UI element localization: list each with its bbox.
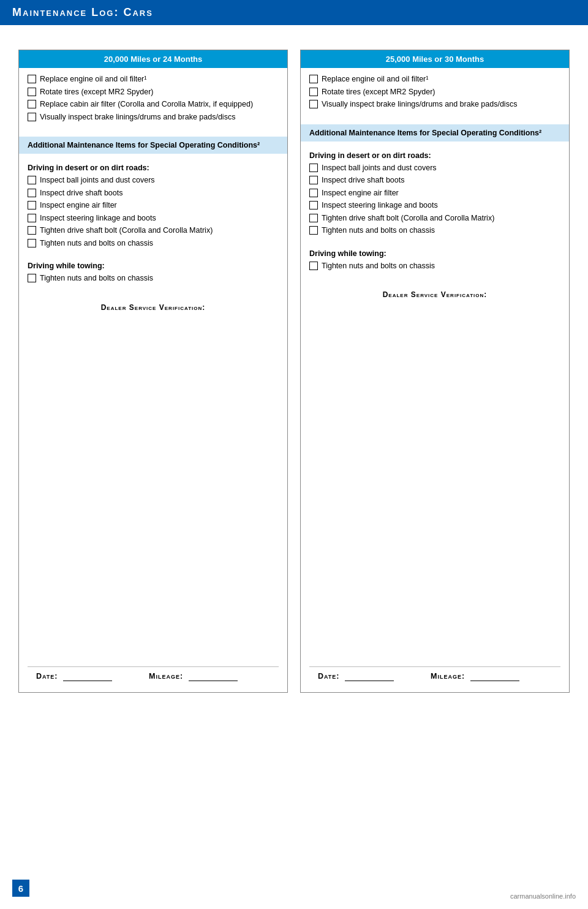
card-20000: 20,000 Miles or 24 Months Replace engine… — [18, 50, 288, 693]
list-item: Tighten drive shaft bolt (Corolla and Co… — [309, 213, 560, 224]
page-header: Maintenance Log: Cars — [0, 0, 588, 25]
card-25000-body: Replace engine oil and oil filter¹ Rotat… — [301, 68, 569, 692]
subsection-title-desert-25000: Driving in desert or on dirt roads: — [309, 151, 560, 160]
checkbox[interactable] — [309, 201, 318, 209]
card-footer-25000: Date: Mileage: — [309, 666, 560, 686]
checkbox[interactable] — [28, 201, 36, 209]
card-25000: 25,000 Miles or 30 Months Replace engine… — [300, 50, 570, 693]
mileage-label: Mileage: — [431, 672, 519, 681]
list-item: Tighten drive shaft bolt (Corolla and Co… — [28, 225, 279, 236]
dealer-verification-25000: Dealer Service Verification: — [309, 290, 560, 299]
watermark: carmanualsonline.info — [510, 892, 576, 900]
checkbox[interactable] — [309, 100, 318, 108]
special-conditions-header-25000: Additional Maintenance Items for Special… — [301, 124, 569, 141]
date-field[interactable] — [345, 672, 394, 681]
checkbox[interactable] — [309, 189, 318, 197]
checkbox[interactable] — [28, 226, 36, 235]
list-item: Rotate tires (except MR2 Spyder) — [28, 87, 279, 98]
checkbox[interactable] — [28, 274, 36, 282]
checkbox[interactable] — [309, 75, 318, 83]
mileage-label: Mileage: — [149, 672, 238, 681]
list-item: Inspect steering linkage and boots — [28, 213, 279, 224]
dealer-verification-20000: Dealer Service Verification: — [28, 303, 279, 312]
list-item: Rotate tires (except MR2 Spyder) — [309, 87, 560, 98]
page-title: Maintenance Log: Cars — [12, 6, 153, 18]
checkbox[interactable] — [28, 214, 36, 222]
checkbox[interactable] — [28, 176, 36, 184]
list-item: Replace cabin air filter (Corolla and Co… — [28, 99, 279, 110]
list-item: Visually inspect brake linings/drums and… — [309, 99, 560, 110]
list-item: Inspect steering linkage and boots — [309, 200, 560, 211]
checkbox[interactable] — [309, 262, 318, 270]
checkbox[interactable] — [309, 176, 318, 184]
list-item: Tighten nuts and bolts on chassis — [309, 225, 560, 236]
checkbox[interactable] — [28, 88, 36, 96]
list-item: Inspect drive shaft boots — [309, 175, 560, 186]
standard-items-25000: Replace engine oil and oil filter¹ Rotat… — [309, 74, 560, 112]
checkbox[interactable] — [28, 189, 36, 197]
card-footer-20000: Date: Mileage: — [28, 666, 279, 686]
checkbox[interactable] — [309, 214, 318, 222]
checkbox[interactable] — [309, 226, 318, 235]
checkbox[interactable] — [309, 164, 318, 172]
main-content: 20,000 Miles or 24 Months Replace engine… — [0, 25, 588, 711]
list-item: Visually inspect brake linings/drums and… — [28, 112, 279, 123]
towing-items-25000: Tighten nuts and bolts on chassis — [309, 261, 560, 274]
subsection-title-towing-25000: Driving while towing: — [309, 249, 560, 258]
list-item: Inspect ball joints and dust covers — [309, 163, 560, 174]
date-label: Date: — [318, 672, 394, 681]
card-25000-header: 25,000 Miles or 30 Months — [301, 50, 569, 68]
list-item: Tighten nuts and bolts on chassis — [309, 261, 560, 272]
mileage-field[interactable] — [470, 672, 519, 681]
card-20000-header: 20,000 Miles or 24 Months — [19, 50, 287, 68]
list-item: Inspect drive shaft boots — [28, 188, 279, 199]
list-item: Tighten nuts and bolts on chassis — [28, 273, 279, 284]
checkbox[interactable] — [28, 113, 36, 121]
card-20000-body: Replace engine oil and oil filter¹ Rotat… — [19, 68, 287, 692]
desert-items-20000: Inspect ball joints and dust covers Insp… — [28, 175, 279, 251]
special-conditions-header-20000: Additional Maintenance Items for Special… — [19, 137, 287, 154]
date-label: Date: — [36, 672, 112, 681]
checkbox[interactable] — [28, 239, 36, 247]
mileage-field[interactable] — [189, 672, 238, 681]
spacer — [309, 303, 560, 666]
page-number: 6 — [12, 880, 29, 897]
list-item: Inspect engine air filter — [309, 188, 560, 199]
list-item: Replace engine oil and oil filter¹ — [309, 74, 560, 85]
list-item: Inspect engine air filter — [28, 200, 279, 211]
spacer — [28, 315, 279, 667]
standard-items-20000: Replace engine oil and oil filter¹ Rotat… — [28, 74, 279, 124]
checkbox[interactable] — [28, 100, 36, 108]
date-field[interactable] — [63, 672, 112, 681]
towing-items-20000: Tighten nuts and bolts on chassis — [28, 273, 279, 286]
list-item: Inspect ball joints and dust covers — [28, 175, 279, 186]
desert-items-25000: Inspect ball joints and dust covers Insp… — [309, 163, 560, 238]
list-item: Tighten nuts and bolts on chassis — [28, 238, 279, 249]
checkbox[interactable] — [309, 88, 318, 96]
subsection-title-desert-20000: Driving in desert or on dirt roads: — [28, 164, 279, 172]
list-item: Replace engine oil and oil filter¹ — [28, 74, 279, 85]
checkbox[interactable] — [28, 75, 36, 83]
subsection-title-towing-20000: Driving while towing: — [28, 262, 279, 270]
